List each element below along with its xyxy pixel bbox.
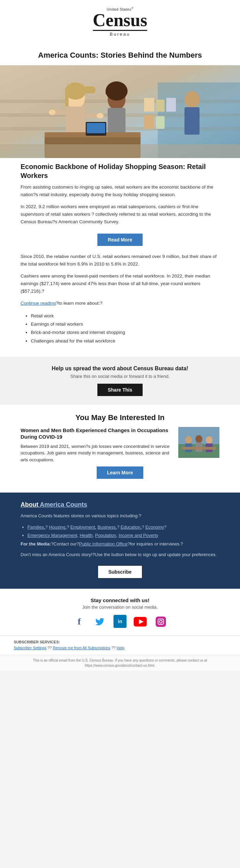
svg-point-12: [49, 110, 56, 115]
svg-point-36: [195, 435, 202, 443]
card-image: [178, 427, 219, 458]
article-section: Economic Backbone of Holiday Shopping Se…: [0, 158, 240, 357]
link-employment[interactable]: Employment,: [70, 525, 96, 530]
subscriber-settings-link[interactable]: Subscriber Settings: [14, 646, 46, 650]
article-body: From assisting customers to ringing up s…: [21, 183, 219, 225]
youtube-icon[interactable]: [133, 615, 147, 629]
article-para4: Cashiers were among the lowest-paid memb…: [21, 272, 219, 295]
hero-image-inner: [0, 65, 240, 158]
svg-rect-26: [144, 98, 154, 112]
about-heading: About America Counts: [21, 501, 219, 508]
logo-census-text: Census: [93, 11, 147, 29]
about-heading-text: About: [21, 501, 40, 508]
logo-container: United States® Census Bureau: [93, 7, 147, 37]
about-cta: Subscribe: [21, 562, 219, 578]
footer-legal: This is an official email from the U.S. …: [0, 655, 240, 671]
continue-reading-link[interactable]: Continue reading: [21, 301, 56, 306]
subscriber-label: SUBSCRIBER SERVICES:: [14, 640, 60, 644]
facebook-icon[interactable]: f: [72, 615, 86, 629]
about-bullet-row1: Families,? Housing,? Employment, Busines…: [27, 523, 219, 531]
article-bullets: Retail work Earnings of retail workers B…: [21, 312, 219, 345]
continue-reading-para: Continue reading?to learn more about:?: [21, 300, 219, 307]
continue-reading-suffix: ?to learn more about:?: [56, 301, 103, 306]
social-section: Stay connected with us! Join the convers…: [0, 589, 240, 635]
about-bullet-row2: Emergency Management, Health, Population…: [27, 531, 219, 539]
card-title: Women and Men Both Experienced Changes i…: [21, 427, 173, 440]
bullet-4: Challenges ahead for the retail workforc…: [31, 337, 219, 345]
about-media-text: For the Media:?Contact our?Public Inform…: [21, 541, 219, 548]
hero-svg: [0, 65, 240, 158]
svg-rect-40: [182, 447, 216, 450]
email-wrapper: United States® Census Bureau America Cou…: [0, 0, 240, 671]
learn-more-button[interactable]: Learn More: [97, 466, 143, 479]
article-para3: Since 2010, the relative number of U.S. …: [21, 253, 219, 268]
interested-section: You May Be Interested In Women and Men B…: [0, 405, 240, 493]
article-para2: In 2022, 9.2 million workers were employ…: [21, 203, 219, 225]
page-title-section: America Counts: Stories Behind the Numbe…: [0, 44, 240, 66]
bullet-2: Earnings of retail workers: [31, 320, 219, 328]
svg-point-18: [119, 89, 128, 95]
twitter-icon[interactable]: [93, 615, 107, 629]
subscribe-button[interactable]: Subscribe: [98, 565, 142, 578]
svg-point-38: [206, 436, 213, 444]
header: United States® Census Bureau: [0, 0, 240, 44]
svg-rect-30: [156, 116, 165, 129]
svg-point-24: [184, 91, 200, 108]
link-families[interactable]: Families,: [27, 525, 45, 530]
link-housing[interactable]: Housing,: [49, 525, 67, 530]
interested-heading: You May Be Interested In: [21, 413, 219, 422]
share-this-button[interactable]: Share This: [97, 384, 143, 396]
read-more-button[interactable]: Read More: [97, 234, 143, 246]
svg-rect-43: [156, 617, 166, 627]
card-text: Women and Men Both Experienced Changes i…: [21, 427, 173, 463]
share-subtext: Share this on social media or forward it…: [21, 374, 219, 379]
read-more-container: Read More: [21, 230, 219, 253]
svg-rect-28: [166, 98, 176, 112]
article-para1: From assisting customers to ringing up s…: [21, 183, 219, 198]
link-emergency[interactable]: Emergency Management,: [27, 533, 79, 538]
help-link[interactable]: Help: [117, 646, 124, 650]
hero-image: [0, 65, 240, 158]
bullet-3: Brick-and-mortar stores and internet sho…: [31, 328, 219, 337]
bullet-1: Retail work: [31, 312, 219, 320]
link-business[interactable]: Business,: [98, 525, 117, 530]
svg-rect-27: [156, 100, 165, 112]
social-icons-row: f in: [14, 615, 226, 629]
footer-legal-text: This is an official email from the U.S. …: [14, 658, 226, 668]
logo-census: Census: [93, 11, 147, 31]
link-income[interactable]: Income and Poverty: [119, 533, 158, 538]
link-economy[interactable]: Economy: [145, 525, 164, 530]
link-health[interactable]: Health,: [80, 533, 94, 538]
about-heading-link[interactable]: America Counts: [40, 501, 87, 508]
article-title: Economic Backbone of Holiday Shopping Se…: [21, 158, 219, 183]
about-body1: America Counts features stories on vario…: [21, 512, 219, 520]
link-population[interactable]: Population,: [95, 533, 117, 538]
logo-area: United States® Census Bureau: [14, 7, 226, 37]
share-section: Help us spread the word about Census Bur…: [0, 357, 240, 405]
svg-point-17: [106, 89, 114, 96]
svg-rect-29: [144, 115, 154, 129]
svg-point-46: [163, 619, 163, 620]
card-svg: [178, 427, 219, 458]
about-dont-miss: Don't miss an America Counts story!?Use …: [21, 551, 219, 559]
linkedin-icon[interactable]: in: [113, 615, 127, 628]
svg-rect-22: [87, 123, 105, 133]
public-information-link[interactable]: Public Information Office: [79, 541, 128, 546]
svg-rect-25: [184, 107, 200, 135]
social-subtext: Join the conversation on social media.: [14, 605, 226, 610]
svg-point-34: [185, 436, 192, 444]
interested-card: Women and Men Both Experienced Changes i…: [21, 427, 219, 463]
registered-icon: ®: [131, 7, 133, 9]
footer-subscriber: SUBSCRIBER SERVICES: Subscriber Settings…: [14, 639, 226, 651]
svg-rect-9: [75, 87, 95, 93]
page-title: America Counts: Stories Behind the Numbe…: [21, 50, 219, 60]
svg-point-13: [97, 113, 104, 119]
instagram-icon[interactable]: [154, 615, 168, 629]
svg-rect-8: [65, 93, 69, 106]
remove-subscription-link[interactable]: Remove me from All Subscriptions: [53, 646, 110, 650]
article-body-continued: Since 2010, the relative number of U.S. …: [21, 253, 219, 345]
learn-more-container: Learn More: [21, 463, 219, 486]
card-body: Between 2019 and 2021, women?s job losse…: [21, 443, 173, 463]
about-section: About America Counts America Counts feat…: [0, 493, 240, 588]
link-education[interactable]: Education,: [121, 525, 142, 530]
